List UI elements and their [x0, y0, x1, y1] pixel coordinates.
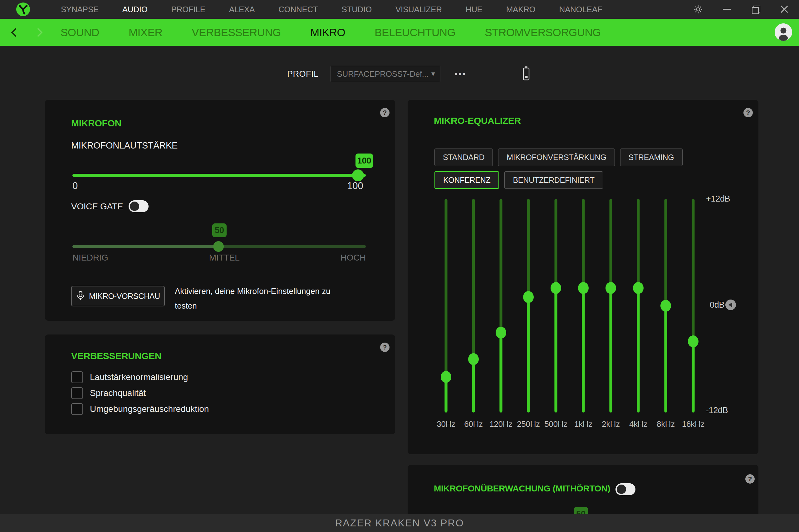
- razer-logo-icon[interactable]: [16, 2, 30, 16]
- option-volume-normalization[interactable]: Lautstärkenormalisierung: [71, 371, 209, 383]
- menu-item-hue[interactable]: HUE: [466, 5, 482, 14]
- titlebar: SYNAPSE AUDIO PROFILE ALEXA CONNECT STUD…: [0, 0, 799, 19]
- eq-fill: [472, 359, 475, 413]
- gate-high-label: HOCH: [341, 253, 366, 263]
- monitoring-value-badge: 50: [574, 507, 588, 514]
- checkbox[interactable]: [71, 403, 83, 415]
- minimize-button[interactable]: [722, 4, 732, 15]
- option-label: Umgebungsgeräuschreduktion: [90, 404, 209, 414]
- voice-gate-scale: NIEDRIG MITTEL HOCH: [72, 253, 366, 263]
- eq-frequency-label: 250Hz: [515, 419, 542, 429]
- eq-frequency-label: 120Hz: [487, 419, 515, 429]
- help-icon[interactable]: ?: [745, 474, 755, 483]
- eq-slider-handle[interactable]: [468, 353, 479, 365]
- voice-gate-slider-handle[interactable]: [213, 241, 224, 252]
- eq-reset-button[interactable]: [725, 300, 736, 310]
- menu-item-makro[interactable]: MAKRO: [506, 5, 536, 14]
- eq-slider-handle[interactable]: [551, 282, 561, 294]
- mic-preview-button[interactable]: MIKRO-VORSCHAU: [71, 286, 165, 306]
- tab-stromversorgung[interactable]: STROMVERSORGUNG: [485, 26, 601, 39]
- option-vocal-clarity[interactable]: Sprachqualität: [71, 387, 209, 399]
- eq-band-8kHz: 8kHz: [652, 199, 680, 413]
- mic-volume-min-label: 0: [72, 180, 78, 192]
- enhancement-options: Lautstärkenormalisierung Sprachqualität …: [71, 371, 209, 415]
- checkbox[interactable]: [71, 387, 83, 399]
- eq-presets-row2: KONFERENZ BENUTZERDEFINIERT: [435, 171, 603, 189]
- menu-item-nanoleaf[interactable]: NANOLEAF: [559, 5, 602, 14]
- user-avatar[interactable]: [775, 23, 792, 41]
- profile-dropdown[interactable]: SURFACEPROSS7-Def... ▼: [330, 66, 440, 82]
- option-ambient-noise-reduction[interactable]: Umgebungsgeräuschreduktion: [71, 403, 209, 415]
- eq-fill: [500, 332, 502, 413]
- back-arrow-icon[interactable]: [11, 28, 20, 37]
- close-button[interactable]: [779, 4, 790, 15]
- equalizer-panel-title: MIKRO-EQUALIZER: [434, 115, 521, 126]
- option-label: Sprachqualität: [90, 388, 146, 398]
- eq-sliders: 30Hz60Hz120Hz250Hz500Hz1kHz2kHz4kHz8kHz1…: [432, 199, 707, 413]
- menu-item-studio[interactable]: STUDIO: [342, 5, 372, 14]
- menu-item-connect[interactable]: CONNECT: [279, 5, 318, 14]
- mic-preview-button-label: MIKRO-VORSCHAU: [89, 292, 160, 301]
- voice-gate-slider[interactable]: [72, 245, 366, 248]
- monitoring-toggle[interactable]: [615, 483, 635, 495]
- eq-band-30Hz: 30Hz: [432, 199, 460, 413]
- menu-item-alexa[interactable]: ALEXA: [229, 5, 255, 14]
- help-icon[interactable]: ?: [743, 108, 753, 117]
- mic-volume-slider-handle[interactable]: [352, 169, 364, 181]
- microphone-panel: ? MIKROFON MIKROFONLAUTSTÄRKE 100 0 100 …: [45, 100, 395, 321]
- eq-band-4kHz: 4kHz: [625, 199, 652, 413]
- mic-volume-slider[interactable]: [72, 174, 366, 177]
- eq-slider-handle[interactable]: [688, 336, 699, 347]
- help-icon[interactable]: ?: [380, 343, 389, 352]
- microphone-panel-title: MIKROFON: [71, 118, 121, 129]
- preset-konferenz[interactable]: KONFERENZ: [435, 171, 499, 189]
- toggle-knob: [130, 202, 139, 211]
- settings-gear-icon[interactable]: [693, 4, 704, 15]
- eq-fill: [555, 288, 557, 413]
- menu-item-synapse[interactable]: SYNAPSE: [61, 5, 99, 14]
- menu-item-audio[interactable]: AUDIO: [122, 5, 148, 14]
- tab-mikro[interactable]: MIKRO: [310, 26, 345, 39]
- menu-item-profile[interactable]: PROFILE: [171, 5, 205, 14]
- preset-standard[interactable]: STANDARD: [435, 149, 493, 166]
- preset-streaming[interactable]: STREAMING: [620, 149, 683, 166]
- eq-band-1kHz: 1kHz: [570, 199, 597, 413]
- eq-fill: [692, 341, 695, 413]
- eq-slider-handle[interactable]: [633, 282, 644, 294]
- tab-beleuchtung[interactable]: BELEUCHTUNG: [375, 26, 455, 39]
- profile-dropdown-value: SURFACEPROSS7-Def...: [337, 69, 429, 79]
- forward-arrow-icon[interactable]: [34, 28, 42, 37]
- voice-gate-toggle[interactable]: [129, 200, 149, 212]
- preset-mic-boost[interactable]: MIKROFONVERSTÄRKUNG: [498, 149, 614, 166]
- eq-slider-handle[interactable]: [523, 291, 534, 303]
- eq-band-120Hz: 120Hz: [487, 199, 515, 413]
- help-icon[interactable]: ?: [380, 108, 389, 117]
- eq-slider-handle[interactable]: [661, 300, 671, 312]
- eq-band-16kHz: 16kHz: [680, 199, 707, 413]
- main-content: PROFIL SURFACEPROSS7-Def... ▼ ••• ? MIKR…: [0, 46, 799, 514]
- eq-fill: [582, 288, 585, 413]
- eq-slider-handle[interactable]: [441, 371, 451, 383]
- eq-slider-handle[interactable]: [496, 327, 506, 339]
- tab-mixer[interactable]: MIXER: [129, 26, 162, 39]
- eq-slider-handle[interactable]: [578, 282, 589, 294]
- eq-scale-zero-label: 0dB: [710, 300, 724, 310]
- checkbox[interactable]: [71, 371, 83, 383]
- gate-mid-label: MITTEL: [209, 253, 240, 263]
- preset-custom[interactable]: BENUTZERDEFINIERT: [505, 171, 603, 189]
- connected-device-name: RAZER KRAKEN V3 PRO: [335, 517, 464, 529]
- restore-button[interactable]: [750, 4, 761, 15]
- eq-band-2kHz: 2kHz: [597, 199, 625, 413]
- eq-slider-handle[interactable]: [606, 282, 616, 294]
- tab-verbesserung[interactable]: VERBESSERUNG: [192, 26, 281, 39]
- tab-sound[interactable]: SOUND: [60, 26, 99, 39]
- menu-item-visualizer[interactable]: VISUALIZER: [396, 5, 442, 14]
- eq-fill: [637, 288, 640, 413]
- eq-fill: [665, 306, 667, 413]
- eq-frequency-label: 1kHz: [570, 419, 597, 429]
- profile-more-button[interactable]: •••: [455, 69, 466, 79]
- chevron-down-icon: ▼: [431, 71, 435, 77]
- mic-equalizer-panel: ? MIKRO-EQUALIZER STANDARD MIKROFONVERST…: [407, 100, 758, 454]
- battery-icon: [522, 66, 530, 82]
- eq-fill: [527, 297, 530, 413]
